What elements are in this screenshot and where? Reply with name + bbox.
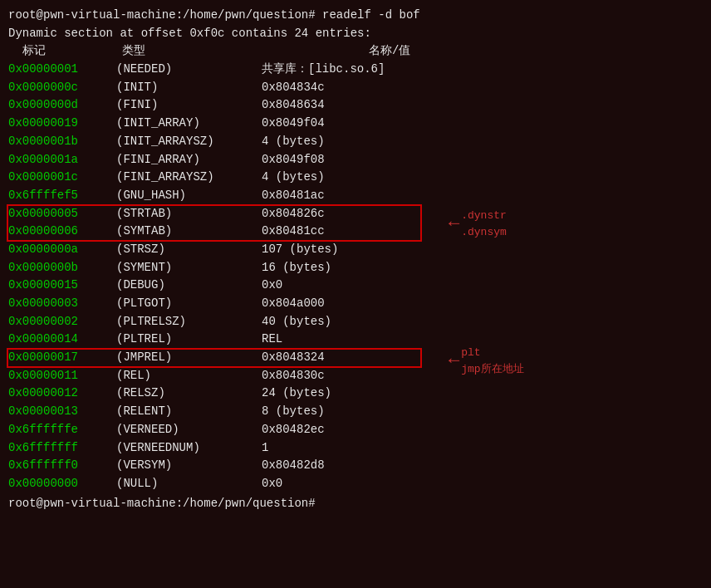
- tag-cell: 0x00000006: [8, 223, 116, 241]
- tag-cell: 0x6ffffffe: [8, 421, 116, 439]
- tag-cell: 0x00000003: [8, 295, 116, 313]
- table-row: 0x00000005(STRTAB)0x804826c: [8, 205, 703, 223]
- value-cell: 4 (bytes): [262, 169, 325, 187]
- table-row: 0x00000011(REL)0x804830c: [8, 367, 703, 385]
- type-cell: (STRSZ): [116, 241, 262, 259]
- top-prompt: root@pwn-virtual-machine:/home/pwn/quest…: [8, 7, 703, 25]
- dynstr-annotation: ← .dynstr .dynsym: [449, 208, 507, 240]
- tag-cell: 0x00000019: [8, 115, 116, 133]
- tag-cell: 0x00000005: [8, 205, 116, 223]
- value-cell: 8 (bytes): [262, 403, 325, 421]
- arrow-icon-2: ←: [449, 350, 459, 371]
- type-cell: (RELENT): [116, 403, 262, 421]
- tag-cell: 0x00000012: [8, 385, 116, 403]
- tag-cell: 0x00000001: [8, 61, 116, 79]
- value-cell: 16 (bytes): [262, 259, 331, 277]
- type-cell: (JMPREL): [116, 349, 262, 367]
- value-cell: 0x8048324: [262, 349, 325, 367]
- dynstr-dynsym-label: .dynstr .dynsym: [461, 208, 507, 240]
- table-row: 0x00000006(SYMTAB)0x80481cc: [8, 223, 703, 241]
- tag-cell: 0x00000015: [8, 277, 116, 295]
- table-row: 0x6fffffff(VERNEEDNUM)1: [8, 439, 703, 458]
- tag-cell: 0x00000017: [8, 349, 116, 367]
- table-row: 0x00000000(NULL)0x0: [8, 475, 703, 493]
- table-row: 0x00000012(RELSZ)24 (bytes): [8, 385, 703, 403]
- type-cell: (FINI_ARRAY): [116, 151, 262, 169]
- tag-cell: 0x0000001c: [8, 169, 116, 187]
- value-cell: 0x8048634: [262, 96, 325, 115]
- type-cell: (SYMENT): [116, 259, 262, 277]
- table-row: 0x00000015(DEBUG)0x0: [8, 277, 703, 295]
- value-cell: 共享库：[libc.so.6]: [262, 61, 385, 79]
- type-cell: (INIT): [116, 79, 262, 97]
- tag-cell: 0x0000000c: [8, 79, 116, 97]
- col-headers: 标记 类型 名称/值: [8, 42, 703, 61]
- tag-cell: 0x00000000: [8, 475, 116, 493]
- table-row: 0x00000019(INIT_ARRAY)0x8049f04: [8, 115, 703, 133]
- table-row: 0x6ffffef5(GNU_HASH)0x80481ac: [8, 187, 703, 205]
- value-cell: 24 (bytes): [262, 385, 331, 403]
- table-row: 0x00000013(RELENT)8 (bytes): [8, 403, 703, 421]
- tag-cell: 0x00000002: [8, 313, 116, 331]
- value-cell: 0x0: [262, 475, 282, 493]
- type-cell: (DEBUG): [116, 277, 262, 295]
- value-cell: 107 (bytes): [262, 241, 338, 259]
- value-cell: 0x804830c: [262, 367, 325, 385]
- tag-cell: 0x00000011: [8, 367, 116, 385]
- type-cell: (FINI): [116, 96, 262, 115]
- value-cell: 0x804826c: [262, 205, 325, 223]
- terminal: root@pwn-virtual-machine:/home/pwn/quest…: [0, 0, 711, 588]
- type-cell: (NULL): [116, 475, 262, 493]
- table-row: 0x0000000c(INIT)0x804834c: [8, 79, 703, 97]
- type-cell: (INIT_ARRAY): [116, 115, 262, 133]
- type-cell: (STRTAB): [116, 205, 262, 223]
- value-cell: 0x804834c: [262, 79, 325, 97]
- table-row: 0x0000001c(FINI_ARRAYSZ)4 (bytes): [8, 169, 703, 187]
- tag-cell: 0x0000001b: [8, 133, 116, 151]
- tag-cell: 0x0000000d: [8, 96, 116, 115]
- value-cell: 4 (bytes): [262, 133, 325, 151]
- tag-cell: 0x0000000a: [8, 241, 116, 259]
- table-row: 0x00000003(PLTGOT)0x804a000: [8, 295, 703, 313]
- type-cell: (FINI_ARRAYSZ): [116, 169, 262, 187]
- value-cell: 0x80482d8: [262, 457, 325, 475]
- arrow-icon-1: ←: [449, 213, 459, 234]
- type-cell: (SYMTAB): [116, 223, 262, 241]
- table-row: 0x0000000a(STRSZ)107 (bytes): [8, 241, 703, 259]
- section-header: Dynamic section at offset 0xf0c contains…: [8, 25, 703, 43]
- data-rows-container: 0x00000001(NEEDED)共享库：[libc.so.6]0x00000…: [8, 61, 703, 493]
- value-cell: 0x80481ac: [262, 187, 325, 205]
- value-cell: 0x8049f08: [262, 151, 325, 169]
- table-row: 0x0000001a(FINI_ARRAY)0x8049f08: [8, 151, 703, 169]
- value-cell: REL: [262, 331, 282, 349]
- value-cell: 0x804a000: [262, 295, 325, 313]
- type-cell: (GNU_HASH): [116, 187, 262, 205]
- type-cell: (PLTRELSZ): [116, 313, 262, 331]
- table-row: 0x00000017(JMPREL)0x8048324: [8, 349, 703, 367]
- value-cell: 1: [262, 439, 268, 458]
- table-row: 0x00000001(NEEDED)共享库：[libc.so.6]: [8, 61, 703, 79]
- type-cell: (VERSYM): [116, 457, 262, 475]
- value-cell: 0x8049f04: [262, 115, 325, 133]
- table-row: 0x6ffffff0(VERSYM)0x80482d8: [8, 457, 703, 475]
- table-row: 0x0000000d(FINI)0x8048634: [8, 96, 703, 115]
- table-row: 0x6ffffffe(VERNEED)0x80482ec: [8, 421, 703, 439]
- value-cell: 0x80481cc: [262, 223, 325, 241]
- type-cell: (PLTREL): [116, 331, 262, 349]
- table-row: 0x0000000b(SYMENT)16 (bytes): [8, 259, 703, 277]
- rows-output: 0x00000001(NEEDED)共享库：[libc.so.6]0x00000…: [8, 61, 703, 493]
- table-row: 0x0000001b(INIT_ARRAYSZ)4 (bytes): [8, 133, 703, 151]
- value-cell: 0x0: [262, 277, 282, 295]
- tag-cell: 0x0000001a: [8, 151, 116, 169]
- value-cell: 0x80482ec: [262, 421, 325, 439]
- bottom-prompt: root@pwn-virtual-machine:/home/pwn/quest…: [8, 495, 703, 513]
- plt-annotation: ← plt jmp所在地址: [449, 345, 524, 377]
- type-cell: (NEEDED): [116, 61, 262, 79]
- tag-cell: 0x0000000b: [8, 259, 116, 277]
- table-row: 0x00000002(PLTRELSZ)40 (bytes): [8, 313, 703, 331]
- type-cell: (INIT_ARRAYSZ): [116, 133, 262, 151]
- type-cell: (VERNEEDNUM): [116, 439, 262, 458]
- tag-cell: 0x00000014: [8, 331, 116, 349]
- plt-label: plt jmp所在地址: [461, 345, 523, 377]
- type-cell: (VERNEED): [116, 421, 262, 439]
